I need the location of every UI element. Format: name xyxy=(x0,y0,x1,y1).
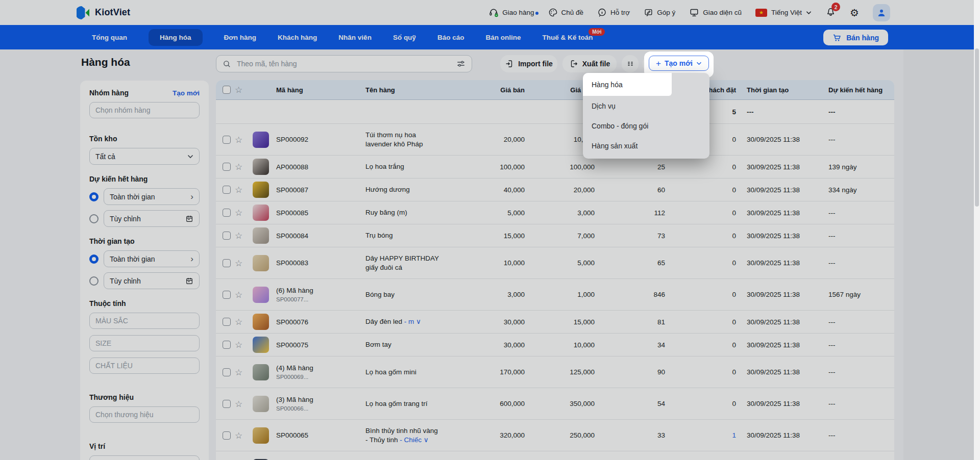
create-menu-item-combo-ng-g-i[interactable]: Combo - đóng gói xyxy=(583,116,709,136)
plus-icon: + xyxy=(656,59,661,68)
kiotviet-app: KiotViet Giao hàngChủ đềHỗ trợGóp ýGiao … xyxy=(0,0,980,460)
create-menu-item-h-ng-s-n-xu-t[interactable]: Hàng sản xuất xyxy=(583,136,709,156)
chevron-down-icon xyxy=(696,62,702,65)
create-new-dropdown: Hàng hóaDịch vụCombo - đóng góiHàng sản … xyxy=(583,73,709,159)
scrollbar-thumb[interactable] xyxy=(975,48,979,207)
create-menu-item-d-ch-v-[interactable]: Dịch vụ xyxy=(583,96,709,116)
create-menu-item-h-ng-h-a[interactable]: Hàng hóa xyxy=(583,73,672,96)
vertical-scrollbar[interactable] xyxy=(974,0,980,460)
create-new-button[interactable]: + Tạo mới xyxy=(649,56,709,71)
create-new-label: Tạo mới xyxy=(665,59,693,67)
dropdown-dim-overlay xyxy=(0,0,980,460)
